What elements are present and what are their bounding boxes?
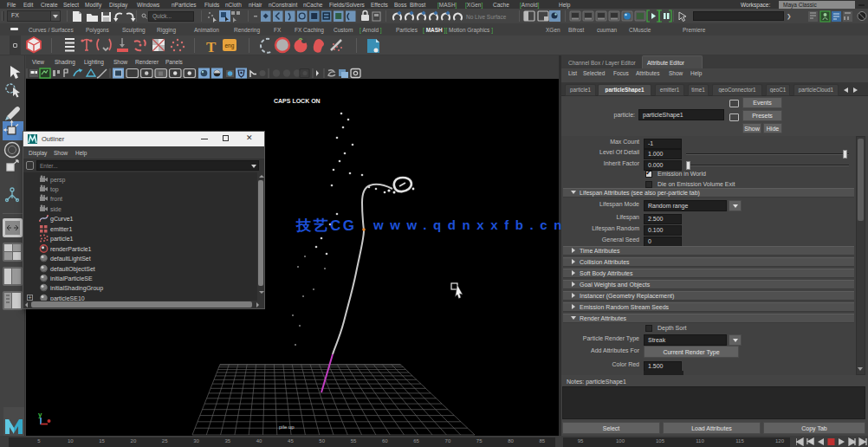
svg-text:y: y [38, 411, 42, 418]
svg-text:pile up: pile up [279, 424, 295, 430]
svg-text:CAPS LOCK ON: CAPS LOCK ON [274, 98, 321, 104]
